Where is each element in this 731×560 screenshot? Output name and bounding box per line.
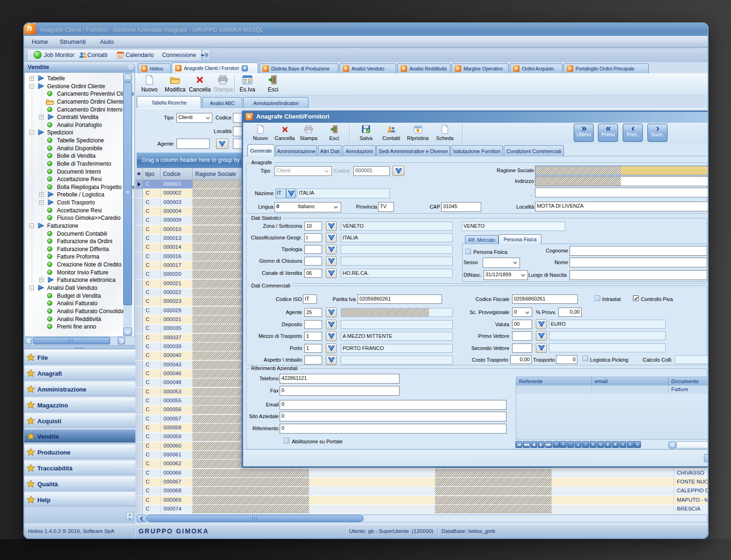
- svg-text:12: 12: [118, 54, 122, 58]
